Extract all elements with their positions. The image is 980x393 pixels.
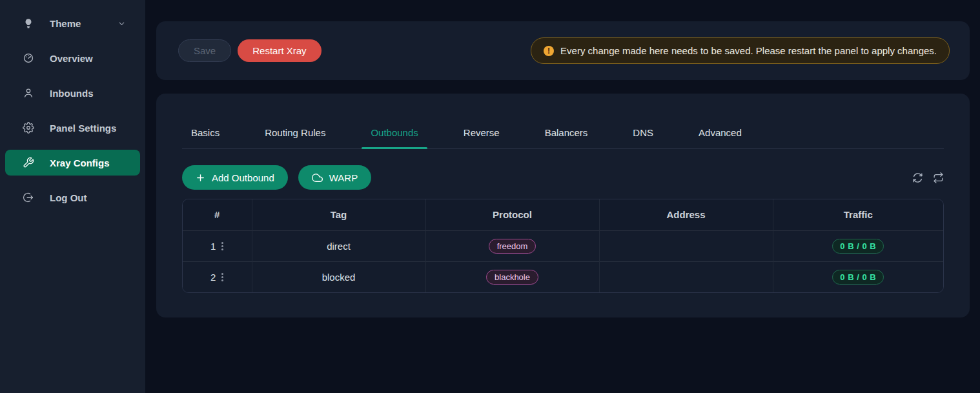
xray-config-card: Basics Routing Rules Outbounds Reverse B… [156,94,970,317]
save-button[interactable]: Save [178,39,231,62]
sidebar-item-panel-settings[interactable]: Panel Settings [5,115,140,141]
alert-text: Every change made here needs to be saved… [560,45,937,56]
sidebar-item-xray-configs[interactable]: Xray Configs [5,150,140,176]
col-header-tag: Tag [252,199,425,230]
add-outbound-button[interactable]: Add Outbound [182,165,288,190]
protocol-badge: freedom [489,239,536,254]
row-index: 2 [210,272,216,283]
col-header-traffic: Traffic [773,199,943,230]
tab-basics[interactable]: Basics [182,125,229,148]
logout-icon [23,192,34,203]
exclamation-circle-icon: ! [544,46,554,56]
sidebar-item-inbounds[interactable]: Inbounds [5,80,140,106]
row-tag: blocked [252,261,425,292]
table-header-row: # Tag Protocol Address Traffic [183,199,943,230]
warp-button[interactable]: WARP [298,165,371,190]
sidebar: Theme Overview Inbounds [0,0,145,393]
unsaved-changes-alert: ! Every change made here needs to be sav… [531,37,950,64]
row-index: 1 [210,241,216,252]
warp-label: WARP [329,172,358,183]
app-root: Theme Overview Inbounds [0,0,980,393]
dashboard-icon [23,52,34,64]
row-menu-icon[interactable] [221,276,223,278]
traffic-badge: 0 B / 0 B [832,239,884,254]
sidebar-item-overview[interactable]: Overview [5,45,140,71]
tab-reverse[interactable]: Reverse [454,125,509,148]
protocol-badge: blackhole [486,270,538,285]
config-tabs: Basics Routing Rules Outbounds Reverse B… [182,94,944,149]
tab-outbounds[interactable]: Outbounds [362,125,427,148]
row-tag: direct [252,230,425,261]
sidebar-item-label: Inbounds [50,88,94,99]
tab-dns[interactable]: DNS [624,125,662,148]
col-header-index: # [183,199,252,230]
sidebar-item-theme[interactable]: Theme [5,10,140,36]
cloud-icon [312,172,323,183]
tab-routing-rules[interactable]: Routing Rules [256,125,334,148]
repeat-icon[interactable] [933,172,944,183]
row-address [599,261,773,292]
chevron-down-icon [117,19,126,28]
row-menu-icon[interactable] [221,245,223,247]
toolbar-card: Save Restart Xray ! Every change made he… [156,21,970,80]
outbounds-table: # Tag Protocol Address Traffic 1 [182,199,944,293]
user-icon [23,87,34,99]
tab-advanced[interactable]: Advanced [689,125,751,148]
restart-xray-button[interactable]: Restart Xray [238,39,321,62]
sidebar-item-label: Panel Settings [50,123,116,134]
wrench-icon [23,157,34,168]
sidebar-item-label: Log Out [50,192,87,203]
col-header-protocol: Protocol [425,199,599,230]
tab-balancers[interactable]: Balancers [536,125,597,148]
col-header-address: Address [599,199,773,230]
sidebar-item-log-out[interactable]: Log Out [5,185,140,210]
traffic-badge: 0 B / 0 B [832,270,884,285]
gear-icon [23,122,34,134]
table-actions-row: Add Outbound WARP [182,165,944,190]
add-outbound-label: Add Outbound [212,172,274,183]
sidebar-item-label: Theme [50,18,81,29]
table-tools [912,172,944,184]
refresh-icon[interactable] [912,172,924,184]
table-row: 1 direct freedom 0 B / 0 B [183,230,943,261]
row-address [599,230,773,261]
table-row: 2 blocked blackhole 0 B / 0 B [183,261,943,292]
lightbulb-icon [23,17,34,29]
sidebar-item-label: Overview [50,53,93,64]
sidebar-item-label: Xray Configs [50,157,110,168]
plus-icon [196,173,205,183]
main-content: Save Restart Xray ! Every change made he… [145,0,980,393]
